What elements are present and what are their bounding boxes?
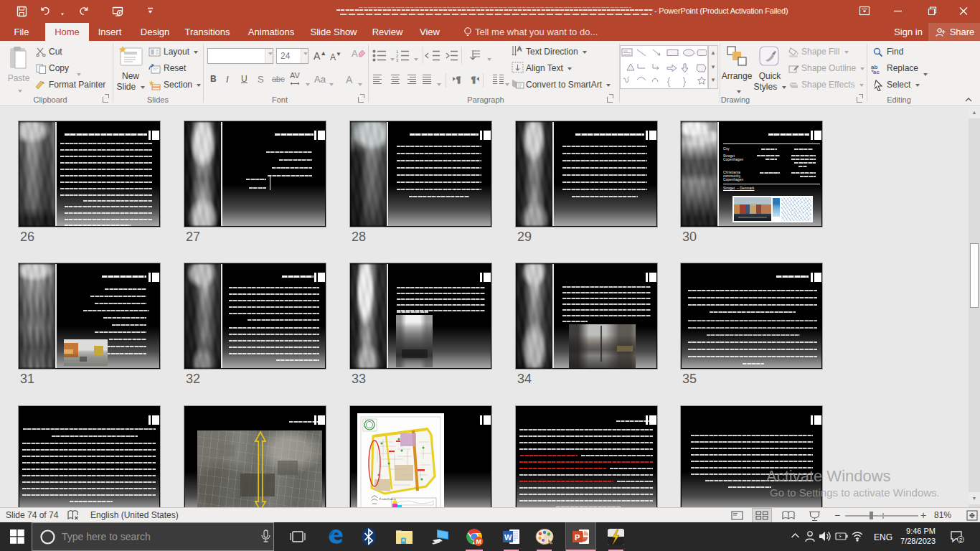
svg-text:A: A bbox=[517, 45, 522, 52]
svg-text:¶: ¶ bbox=[456, 75, 461, 84]
svg-text:3: 3 bbox=[396, 58, 399, 62]
svg-text:M: M bbox=[476, 538, 482, 545]
svg-text:IT.edu@ub.ry: IT.edu@ub.ry bbox=[379, 497, 396, 501]
svg-text:¶: ¶ bbox=[471, 75, 476, 84]
svg-text:P: P bbox=[575, 533, 580, 542]
svg-text:2: 2 bbox=[959, 537, 963, 543]
svg-text:ac: ac bbox=[873, 69, 880, 75]
svg-text:W: W bbox=[504, 533, 512, 542]
svg-text:A: A bbox=[352, 48, 358, 59]
